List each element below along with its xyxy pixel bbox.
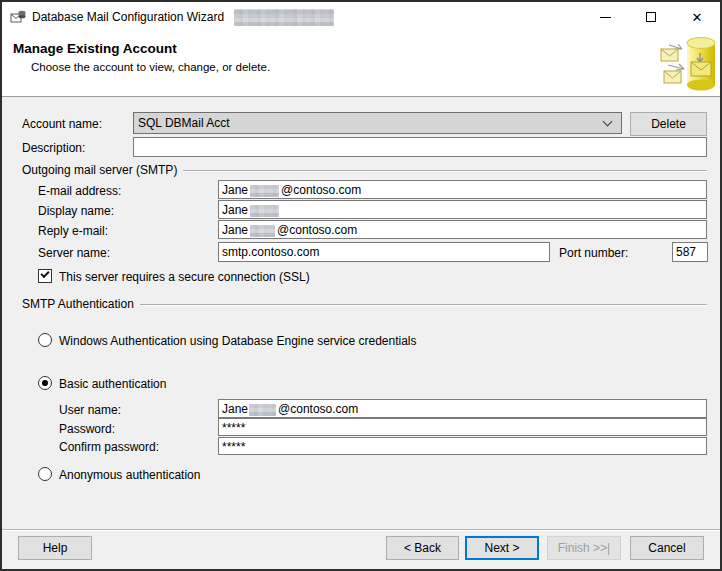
confirm-password-input[interactable]: ***** <box>218 437 707 455</box>
minimize-icon <box>600 17 611 18</box>
database-mail-illustration-icon <box>660 35 718 94</box>
close-icon: ✕ <box>692 11 703 24</box>
port-number-input[interactable]: 587 <box>672 242 708 262</box>
auth-group-line <box>140 304 707 305</box>
email-value-suffix: @contoso.com <box>281 183 361 197</box>
smtp-group-header: Outgoing mail server (SMTP) <box>22 163 707 177</box>
cancel-button[interactable]: Cancel <box>630 536 704 560</box>
help-button-label: Help <box>43 541 68 555</box>
email-address-label: E-mail address: <box>38 184 121 198</box>
port-number-value: 587 <box>676 245 696 259</box>
server-name-input[interactable]: smtp.contoso.com <box>218 242 550 262</box>
maximize-button[interactable] <box>628 2 674 32</box>
redacted-reply-email <box>250 225 275 237</box>
back-button-label: < Back <box>404 541 441 555</box>
display-name-prefix: Jane <box>222 203 248 217</box>
anonymous-auth-label: Anonymous authentication <box>59 468 200 482</box>
reply-email-label: Reply e-mail: <box>38 224 108 238</box>
description-input[interactable] <box>133 137 707 157</box>
page-subtitle: Choose the account to view, change, or d… <box>31 61 270 73</box>
window-controls: ✕ <box>582 2 720 32</box>
redacted-title-text <box>234 9 334 26</box>
confirm-password-value: ***** <box>222 440 245 454</box>
reply-email-suffix: @contoso.com <box>277 223 357 237</box>
smtp-group-line <box>183 170 707 171</box>
titlebar: Database Mail Configuration Wizard ✕ <box>2 2 720 32</box>
database-mail-wizard-window: Database Mail Configuration Wizard ✕ Man… <box>0 0 722 571</box>
user-name-input[interactable]: Jane@contoso.com <box>218 399 707 418</box>
back-button[interactable]: < Back <box>386 536 459 560</box>
redacted-email <box>250 185 279 197</box>
reply-email-prefix: Jane <box>222 223 248 237</box>
confirm-password-label: Confirm password: <box>59 440 159 454</box>
finish-button-label: Finish >>| <box>558 541 610 555</box>
email-value-prefix: Jane <box>222 183 248 197</box>
email-address-input[interactable]: Jane@contoso.com <box>218 180 707 199</box>
window-title: Database Mail Configuration Wizard <box>32 10 224 24</box>
delete-button[interactable]: Delete <box>630 112 707 136</box>
redacted-display-name <box>250 205 279 217</box>
page-title: Manage Existing Account <box>13 41 177 56</box>
windows-auth-label: Windows Authentication using Database En… <box>59 334 417 348</box>
delete-button-label: Delete <box>651 117 686 131</box>
password-label: Password: <box>59 422 115 436</box>
account-name-dropdown[interactable]: SQL DBMail Acct <box>133 112 622 134</box>
description-label: Description: <box>22 141 85 155</box>
ssl-checkbox-label: This server requires a secure connection… <box>59 270 310 284</box>
radio-selected-dot <box>42 380 48 386</box>
cancel-button-label: Cancel <box>648 541 685 555</box>
server-name-value: smtp.contoso.com <box>222 245 319 259</box>
account-name-value: SQL DBMail Acct <box>138 116 603 130</box>
chevron-down-icon <box>603 118 613 128</box>
finish-button: Finish >>| <box>547 536 621 560</box>
maximize-icon <box>646 12 656 22</box>
server-name-label: Server name: <box>38 246 110 260</box>
smtp-group-title: Outgoing mail server (SMTP) <box>22 163 183 177</box>
close-button[interactable]: ✕ <box>674 2 720 32</box>
user-name-prefix: Jane <box>222 402 248 416</box>
user-name-suffix: @contoso.com <box>278 402 358 416</box>
wizard-page-header: Manage Existing Account Choose the accou… <box>2 32 720 97</box>
next-button[interactable]: Next > <box>465 536 539 560</box>
basic-auth-label: Basic authentication <box>59 377 166 391</box>
checkmark-icon <box>40 269 49 278</box>
footer-separator <box>2 529 720 530</box>
next-button-label: Next > <box>484 541 519 555</box>
database-mail-app-icon <box>10 9 26 25</box>
account-name-label: Account name: <box>22 117 102 131</box>
password-input[interactable]: ***** <box>218 418 707 436</box>
display-name-label: Display name: <box>38 204 114 218</box>
auth-group-title: SMTP Authentication <box>22 297 140 311</box>
reply-email-input[interactable]: Jane@contoso.com <box>218 220 707 239</box>
password-value: ***** <box>222 421 245 435</box>
anonymous-auth-radio[interactable] <box>38 467 52 481</box>
minimize-button[interactable] <box>582 2 628 32</box>
help-button[interactable]: Help <box>18 536 92 560</box>
user-name-label: User name: <box>59 403 121 417</box>
windows-auth-radio[interactable] <box>38 333 52 347</box>
ssl-checkbox[interactable] <box>38 269 52 283</box>
display-name-input[interactable]: Jane <box>218 200 707 219</box>
auth-group-header: SMTP Authentication <box>22 297 707 311</box>
port-number-label: Port number: <box>559 246 628 260</box>
redacted-user-name <box>249 404 276 416</box>
basic-auth-radio[interactable] <box>38 376 52 390</box>
